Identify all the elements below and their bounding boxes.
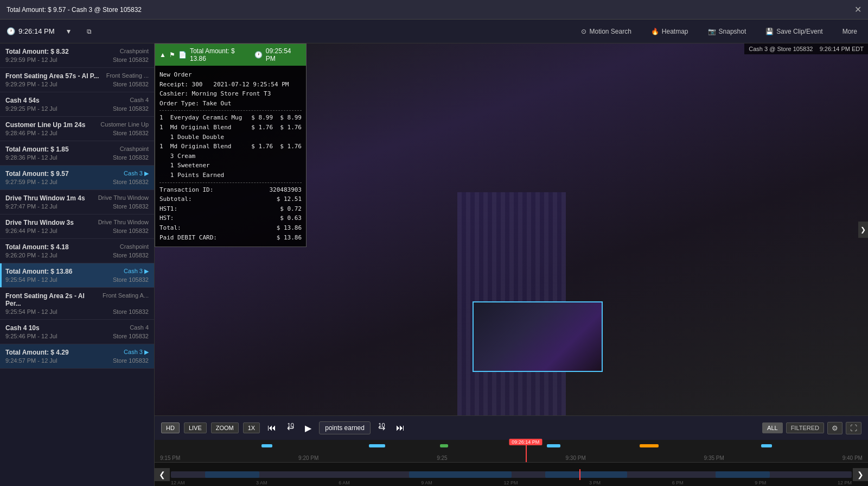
all-filter-btn[interactable]: ALL bbox=[762, 422, 783, 433]
receipt-paid: Paid DEBIT CARD:$ 13.86 bbox=[159, 233, 302, 243]
video-container[interactable]: Cash 3 @ Store 105832 9:26:14 PM EDT ▲ ⚑… bbox=[155, 43, 868, 415]
snapshot-btn[interactable]: 📷 Snapshot bbox=[704, 26, 751, 37]
sidebar-item-title: Total Amount: $ 8.32 bbox=[5, 48, 112, 55]
tf-label-9: 12 PM bbox=[838, 480, 852, 485]
video-controls: HD LIVE ZOOM 1X ⏮ 10 ↩ ▶ points earned 1… bbox=[155, 415, 868, 486]
sidebar-item-camera: Crashpoint bbox=[113, 243, 149, 251]
sidebar-item[interactable]: Cash 4 54sCash 49:29:25 PM - 12 JulStore… bbox=[0, 92, 154, 117]
receipt-transaction: Transaction ID:320483903 bbox=[159, 185, 302, 195]
sidebar-item-title: Drive Thru Window 3s bbox=[5, 219, 97, 226]
tf-label-5: 12 PM bbox=[503, 480, 518, 485]
fullscreen-btn[interactable]: ⛶ bbox=[846, 422, 861, 434]
receipt-sep1 bbox=[159, 110, 302, 111]
tf-label-2: 3 AM bbox=[256, 480, 267, 485]
mini-preview[interactable]: 09:26:15 PM bbox=[473, 301, 603, 372]
sidebar-item[interactable]: Front Seating Area 57s - AI P...Front Se… bbox=[0, 68, 154, 92]
tf-seg-2 bbox=[409, 471, 511, 478]
hd-button[interactable]: HD bbox=[161, 422, 180, 433]
rewind-10-btn[interactable]: 10 ↩ bbox=[284, 422, 297, 434]
tf-seg-4 bbox=[716, 471, 770, 478]
toolbar: 🕐 9:26:14 PM ▼ ⧉ ⊙ Motion Search 🔥 Heatm… bbox=[0, 20, 868, 43]
sidebar-item-title: Customer Line Up 1m 24s bbox=[5, 121, 99, 129]
skip-to-end-btn[interactable]: ⏭ bbox=[393, 422, 408, 434]
tl-label-2: 9:20 PM bbox=[298, 455, 318, 461]
camera-switch-btn[interactable]: ⧉ bbox=[82, 26, 96, 37]
sidebar-item[interactable]: Drive Thru Window 1m 4sDrive Thru Window… bbox=[0, 190, 154, 214]
receipt-amount: Total Amount: $ 13.86 bbox=[190, 47, 251, 62]
receipt-item-4: 1 Md Original Blend$ 1.76 $ 1.76 bbox=[159, 142, 302, 152]
speed-button[interactable]: 1X bbox=[243, 422, 260, 433]
camera-icon: ⧉ bbox=[87, 28, 92, 35]
active-indicator bbox=[0, 263, 2, 287]
zoom-button[interactable]: ZOOM bbox=[211, 422, 239, 433]
receipt-hst2: HST:$ 0.63 bbox=[159, 213, 302, 223]
timeline-full-bar[interactable] bbox=[171, 471, 852, 478]
forward-10-btn[interactable]: 10 ↪ bbox=[375, 422, 388, 434]
sidebar-item[interactable]: Drive Thru Window 3sDrive Thru Window9:2… bbox=[0, 214, 154, 239]
save-icon: 💾 bbox=[765, 28, 774, 35]
sidebar-item[interactable]: Total Amount: $ 13.86Cash 3 ▶9:25:54 PM … bbox=[0, 263, 154, 288]
sidebar-item-time: 9:28:46 PM - 12 Jul bbox=[5, 130, 99, 136]
sidebar-item-title: Total Amount: $ 13.86 bbox=[5, 268, 112, 275]
receipt-item-2: 1 Md Original Blend$ 1.76 $ 1.76 bbox=[159, 123, 302, 132]
motion-icon: ⊙ bbox=[581, 28, 586, 35]
sidebar-item[interactable]: Front Seating Area 2s - AI Per...Front S… bbox=[0, 288, 154, 320]
sidebar-item-store: Store 105832 bbox=[113, 179, 149, 185]
receipt-cashier: Cashier: Morning Store Front T3 bbox=[159, 89, 302, 99]
filter-btn[interactable]: ▼ bbox=[61, 26, 76, 37]
sidebar-item-time: 9:25:54 PM - 12 Jul bbox=[5, 276, 112, 283]
sidebar-item[interactable]: Total Amount: $ 9.57Cash 3 ▶9:27:59 PM -… bbox=[0, 166, 154, 190]
toolbar-right: ⊙ Motion Search 🔥 Heatmap 📷 Snapshot 💾 S… bbox=[577, 26, 861, 37]
receipt-item-3: 1 Double Double bbox=[159, 132, 302, 142]
points-earned-tooltip: points earned bbox=[319, 421, 371, 434]
motion-search-btn[interactable]: ⊙ Motion Search bbox=[577, 26, 635, 37]
more-btn[interactable]: More bbox=[838, 26, 861, 37]
sidebar-item-title: Total Amount: $ 4.29 bbox=[5, 349, 112, 356]
settings-btn[interactable]: ⚙ bbox=[827, 422, 843, 434]
timeline-full[interactable]: ❮ 12 AM 3 AM 6 A bbox=[155, 463, 868, 486]
sidebar-item-store: Store 105832 bbox=[113, 105, 149, 112]
save-clip-btn[interactable]: 💾 Save Clip/Event bbox=[761, 26, 827, 37]
play-pause-btn[interactable]: ▶ bbox=[302, 422, 315, 434]
receipt-bookmark-icon: ⚑ bbox=[169, 51, 175, 59]
sidebar-item[interactable]: Total Amount: $ 8.32Crashpoint9:29:59 PM… bbox=[0, 43, 154, 68]
sidebar-item-store: Store 105832 bbox=[103, 308, 149, 315]
live-button[interactable]: LIVE bbox=[184, 422, 207, 433]
receipt-up-arrow[interactable]: ▲ bbox=[159, 51, 166, 59]
timeline-main[interactable]: 09:26:14 PM 9:15 PM 9:20 PM 9:25 9:30 PM… bbox=[155, 440, 868, 463]
sidebar-item-camera: Cash 4 bbox=[113, 324, 149, 332]
current-time: 9:26:14 PM bbox=[18, 27, 55, 35]
sidebar-item[interactable]: Customer Line Up 1m 24sCustomer Line Up9… bbox=[0, 117, 154, 141]
event-marker-3 bbox=[440, 444, 448, 447]
event-sidebar[interactable]: Total Amount: $ 8.32Crashpoint9:29:59 PM… bbox=[0, 43, 155, 486]
timeline-area[interactable]: 09:26:14 PM 9:15 PM 9:20 PM 9:25 9:30 PM… bbox=[155, 440, 868, 486]
tf-label-3: 6 AM bbox=[339, 480, 350, 485]
tl-label-4: 9:30 PM bbox=[566, 455, 586, 461]
sidebar-item-store: Store 105832 bbox=[113, 276, 149, 283]
receipt-hst1: HST1:$ 0.72 bbox=[159, 204, 302, 214]
sidebar-item[interactable]: Total Amount: $ 4.18Crashpoint9:26:20 PM… bbox=[0, 239, 154, 263]
points-earned-text: points earned bbox=[325, 424, 365, 432]
camera-info-overlay: Cash 3 @ Store 105832 9:26:14 PM EDT bbox=[744, 43, 868, 54]
close-icon[interactable]: ✕ bbox=[854, 4, 861, 15]
tf-label-1: 12 AM bbox=[171, 480, 185, 485]
skip-to-start-btn[interactable]: ⏮ bbox=[264, 422, 279, 434]
timeline-main-labels: 9:15 PM 9:20 PM 9:25 9:30 PM 9:35 PM 9:4… bbox=[155, 454, 868, 462]
camera-name: Cash 3 @ Store 105832 bbox=[749, 46, 813, 52]
receipt-item-7: 1 Points Earned bbox=[159, 171, 302, 180]
sidebar-item[interactable]: Cash 4 10sCash 49:25:46 PM - 12 JulStore… bbox=[0, 320, 154, 344]
timeline-prev-btn[interactable]: ❮ bbox=[155, 468, 170, 481]
sidebar-item[interactable]: Total Amount: $ 1.85Crashpoint9:28:36 PM… bbox=[0, 141, 154, 166]
video-area: Cash 3 @ Store 105832 9:26:14 PM EDT ▲ ⚑… bbox=[155, 43, 868, 486]
mini-preview-bg bbox=[474, 302, 602, 371]
filtered-btn[interactable]: FILTERED bbox=[786, 422, 824, 433]
filter-buttons: ALL FILTERED ⚙ ⛶ bbox=[762, 422, 861, 434]
heatmap-btn[interactable]: 🔥 Heatmap bbox=[647, 26, 693, 37]
right-panel-toggle[interactable]: ❯ bbox=[858, 222, 868, 238]
playback-bar: HD LIVE ZOOM 1X ⏮ 10 ↩ ▶ points earned 1… bbox=[155, 416, 868, 440]
timeline-next-btn[interactable]: ❯ bbox=[853, 468, 868, 481]
sidebar-item[interactable]: Total Amount: $ 4.29Cash 3 ▶9:24:57 PM -… bbox=[0, 344, 154, 369]
sidebar-item-time: 9:26:20 PM - 12 Jul bbox=[5, 252, 112, 258]
receipt-clock-icon: 🕐 bbox=[254, 51, 263, 59]
heatmap-icon: 🔥 bbox=[651, 28, 659, 35]
